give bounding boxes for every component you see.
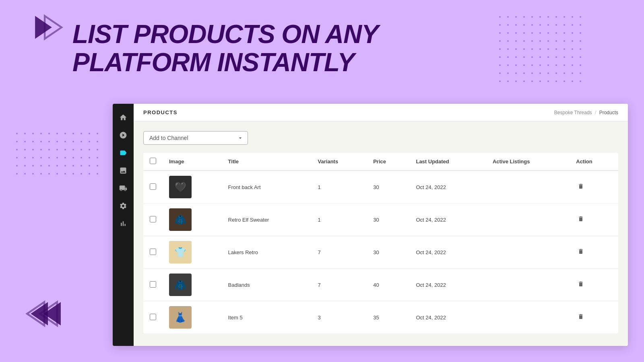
app-container: PRODUCTS Bespoke Threads / Products Add … [113, 104, 628, 346]
table-row: 👕 Lakers Retro 7 30 Oct 24, 2022 [143, 236, 618, 269]
product-price-2: 30 [367, 204, 409, 236]
product-price-3: 30 [367, 236, 409, 269]
product-image-1: 🖤 [169, 176, 192, 198]
product-title-5: Item 5 [222, 301, 312, 334]
table-row: 🖤 Front back Art 1 30 Oct 24, 2022 [143, 171, 618, 204]
row-checkbox-1[interactable] [150, 183, 156, 190]
product-image-4: 🧥 [169, 274, 192, 296]
col-active-listings: Active Listings [486, 153, 570, 171]
sidebar-item-tags[interactable] [116, 146, 130, 160]
product-variants-4: 7 [312, 269, 367, 301]
product-variants-1: 1 [312, 171, 367, 204]
toolbar: Add to ChannelShopifyEtsyAmazoneBay [143, 131, 618, 145]
page-header: PRODUCTS Bespoke Threads / Products [134, 104, 628, 121]
product-image-5: 👗 [169, 306, 192, 329]
product-last-updated-2: Oct 24, 2022 [409, 204, 486, 236]
main-content: PRODUCTS Bespoke Threads / Products Add … [134, 104, 628, 346]
product-price-4: 40 [367, 269, 409, 301]
sidebar-item-images[interactable] [116, 163, 130, 178]
table-row: 🧥 Retro Elf Sweater 1 30 Oct 24, 2022 [143, 204, 618, 236]
product-title-3: Lakers Retro [222, 236, 312, 269]
content-area: Add to ChannelShopifyEtsyAmazoneBay Imag… [134, 121, 628, 346]
delete-button-5[interactable] [576, 312, 586, 323]
row-checkbox-5[interactable] [150, 314, 156, 320]
col-title: Title [222, 153, 312, 171]
page-title: PRODUCTS [143, 109, 178, 115]
product-active-listings-3 [486, 236, 570, 269]
product-variants-2: 1 [312, 204, 367, 236]
sidebar-item-analytics[interactable] [116, 216, 130, 231]
product-title-1: Front back Art [222, 171, 312, 204]
product-active-listings-1 [486, 171, 570, 204]
table-row: 👗 Item 5 3 35 Oct 24, 2022 [143, 301, 618, 334]
product-image-2: 🧥 [169, 208, 192, 231]
add-to-channel-select[interactable]: Add to ChannelShopifyEtsyAmazoneBay [143, 131, 248, 145]
sidebar-item-settings[interactable] [116, 199, 130, 213]
breadcrumb-separator: / [595, 110, 596, 115]
decorative-dots-left: (function(){ const el = document.querySe… [16, 133, 105, 185]
table-row: 🧥 Badlands 7 40 Oct 24, 2022 [143, 269, 618, 301]
delete-button-1[interactable] [576, 181, 586, 193]
product-active-listings-2 [486, 204, 570, 236]
product-price-5: 35 [367, 301, 409, 334]
product-title-2: Retro Elf Sweater [222, 204, 312, 236]
product-price-1: 30 [367, 171, 409, 204]
sidebar-item-home[interactable] [116, 110, 130, 125]
hero-headline: LIST PRODUCTS ON ANY PLATFORM INSTANTLY [72, 20, 378, 77]
play-icon [32, 11, 64, 43]
delete-button-2[interactable] [576, 214, 586, 225]
product-last-updated-5: Oct 24, 2022 [409, 301, 486, 334]
product-last-updated-4: Oct 24, 2022 [409, 269, 486, 301]
row-checkbox-3[interactable] [150, 249, 156, 255]
sidebar-item-shipping[interactable] [116, 181, 130, 195]
row-checkbox-2[interactable] [150, 216, 156, 222]
product-title-4: Badlands [222, 269, 312, 301]
sidebar-item-products[interactable] [116, 128, 130, 142]
col-image: Image [163, 153, 222, 171]
product-last-updated-3: Oct 24, 2022 [409, 236, 486, 269]
product-image-3: 👕 [169, 241, 192, 263]
delete-button-4[interactable] [576, 279, 586, 290]
product-variants-5: 3 [312, 301, 367, 334]
rewind-icon [24, 298, 64, 330]
products-table: Image Title Variants Price Last Updated … [143, 153, 618, 333]
product-active-listings-4 [486, 269, 570, 301]
sidebar [113, 104, 134, 346]
product-active-listings-5 [486, 301, 570, 334]
row-checkbox-4[interactable] [150, 281, 156, 288]
product-variants-3: 7 [312, 236, 367, 269]
breadcrumb: Bespoke Threads / Products [554, 110, 618, 115]
col-variants: Variants [312, 153, 367, 171]
col-price: Price [367, 153, 409, 171]
col-last-updated: Last Updated [409, 153, 486, 171]
decorative-dots-top-right: (function(){ const el = document.querySe… [499, 16, 588, 88]
col-action: Action [570, 153, 618, 171]
breadcrumb-current: Products [599, 110, 618, 115]
product-last-updated-1: Oct 24, 2022 [409, 171, 486, 204]
select-all-checkbox[interactable] [150, 158, 156, 164]
breadcrumb-store: Bespoke Threads [554, 110, 592, 115]
delete-button-3[interactable] [576, 247, 586, 258]
